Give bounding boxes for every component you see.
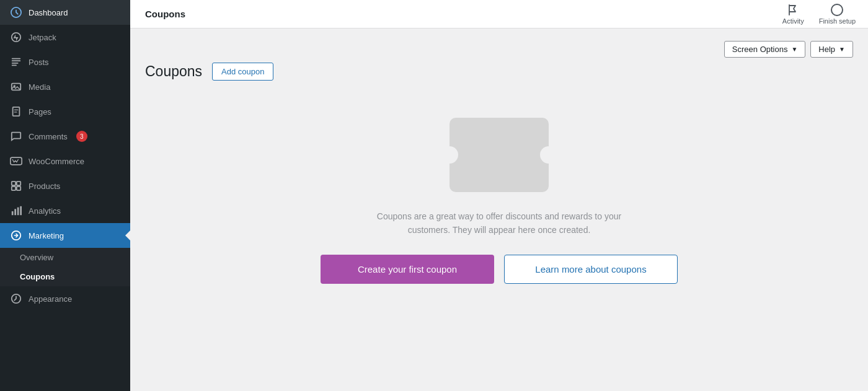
svg-rect-11 — [14, 209, 16, 215]
jetpack-icon — [10, 31, 22, 43]
topbar-right: Activity Finish setup — [782, 4, 856, 25]
comments-icon — [10, 130, 22, 143]
activity-label: Activity — [782, 17, 804, 25]
activity-button[interactable]: Activity — [782, 4, 804, 25]
sidebar-item-label: Appearance — [29, 294, 72, 304]
screen-options-button[interactable]: Screen Options ▼ — [724, 41, 806, 58]
sidebar-item-posts[interactable]: Posts — [0, 50, 130, 74]
coupon-illustration — [450, 118, 549, 192]
appearance-icon — [10, 292, 22, 305]
sidebar-item-label: Products — [29, 182, 60, 191]
svg-rect-12 — [17, 208, 19, 216]
sidebar-item-label: Dashboard — [29, 8, 68, 17]
media-icon — [10, 81, 22, 93]
finish-setup-label: Finish setup — [819, 17, 856, 25]
sidebar-item-appearance[interactable]: Appearance — [0, 286, 130, 311]
active-arrow — [125, 231, 130, 240]
svg-rect-8 — [12, 187, 16, 190]
sidebar-item-pages[interactable]: Pages — [0, 99, 130, 124]
help-label: Help — [818, 45, 835, 54]
coupons-label: Coupons — [20, 272, 55, 281]
finish-setup-icon — [831, 4, 843, 16]
sidebar-item-label: Comments — [29, 132, 68, 141]
sidebar-item-analytics[interactable]: Analytics — [0, 198, 130, 223]
svg-rect-4 — [13, 107, 20, 116]
topbar-page-title: Coupons — [145, 9, 185, 19]
sidebar-item-media[interactable]: Media — [0, 74, 130, 99]
posts-icon — [10, 56, 22, 68]
sidebar-item-label: Pages — [29, 107, 51, 116]
dashboard-icon — [10, 6, 22, 19]
sidebar-sub-item-coupons[interactable]: Coupons — [0, 267, 130, 286]
comments-badge: 3 — [76, 131, 87, 142]
sidebar: Dashboard Jetpack Posts Media Pages Comm… — [0, 0, 130, 391]
sidebar-item-marketing[interactable]: Marketing — [0, 223, 130, 248]
content-header: Coupons Add coupon — [145, 63, 853, 81]
sidebar-item-jetpack[interactable]: Jetpack — [0, 25, 130, 50]
learn-more-coupons-button[interactable]: Learn more about coupons — [504, 255, 678, 284]
sidebar-sub-item-overview[interactable]: Overview — [0, 248, 130, 267]
empty-state-buttons: Create your first coupon Learn more abou… — [321, 255, 678, 284]
activity-flag-icon — [787, 4, 799, 16]
page-title: Coupons — [145, 63, 202, 80]
screen-options-label: Screen Options — [732, 45, 788, 54]
coupon-shape — [450, 118, 549, 192]
marketing-submenu: Overview Coupons — [0, 248, 130, 286]
add-coupon-button[interactable]: Add coupon — [212, 63, 273, 81]
sidebar-item-label: Analytics — [29, 206, 61, 216]
empty-state: Coupons are a great way to offer discoun… — [145, 93, 853, 309]
sidebar-item-products[interactable]: Products — [0, 174, 130, 198]
analytics-icon — [10, 204, 22, 217]
sidebar-item-dashboard[interactable]: Dashboard — [0, 0, 130, 25]
overview-label: Overview — [20, 253, 53, 262]
svg-rect-9 — [17, 187, 20, 190]
main-content: Coupons Activity Finish setup Screen Opt… — [130, 0, 868, 391]
svg-rect-7 — [17, 182, 20, 185]
sidebar-item-label: WooCommerce — [29, 157, 84, 166]
sidebar-item-label: Jetpack — [29, 33, 56, 42]
screen-options-row: Screen Options ▼ Help ▼ — [145, 41, 853, 58]
empty-state-description: Coupons are a great way to offer discoun… — [369, 209, 629, 237]
sidebar-item-comments[interactable]: Comments 3 — [0, 124, 130, 149]
sidebar-item-label: Marketing — [29, 231, 64, 240]
products-icon — [10, 180, 22, 192]
sidebar-item-label: Media — [29, 82, 50, 92]
help-button[interactable]: Help ▼ — [810, 41, 853, 58]
create-first-coupon-button[interactable]: Create your first coupon — [321, 255, 494, 284]
svg-rect-6 — [12, 182, 16, 185]
help-chevron-icon: ▼ — [839, 46, 845, 53]
page-content: Screen Options ▼ Help ▼ Coupons Add coup… — [130, 29, 868, 391]
content-header-left: Coupons Add coupon — [145, 63, 273, 81]
svg-rect-10 — [12, 211, 14, 215]
topbar: Coupons Activity Finish setup — [130, 0, 868, 29]
pages-icon — [10, 105, 22, 118]
marketing-icon — [10, 229, 22, 242]
woo-icon — [10, 155, 22, 167]
screen-options-chevron-icon: ▼ — [791, 46, 797, 53]
finish-setup-button[interactable]: Finish setup — [819, 4, 856, 25]
sidebar-item-label: Posts — [29, 58, 49, 67]
sidebar-item-woocommerce[interactable]: WooCommerce — [0, 149, 130, 174]
svg-rect-13 — [20, 206, 22, 215]
